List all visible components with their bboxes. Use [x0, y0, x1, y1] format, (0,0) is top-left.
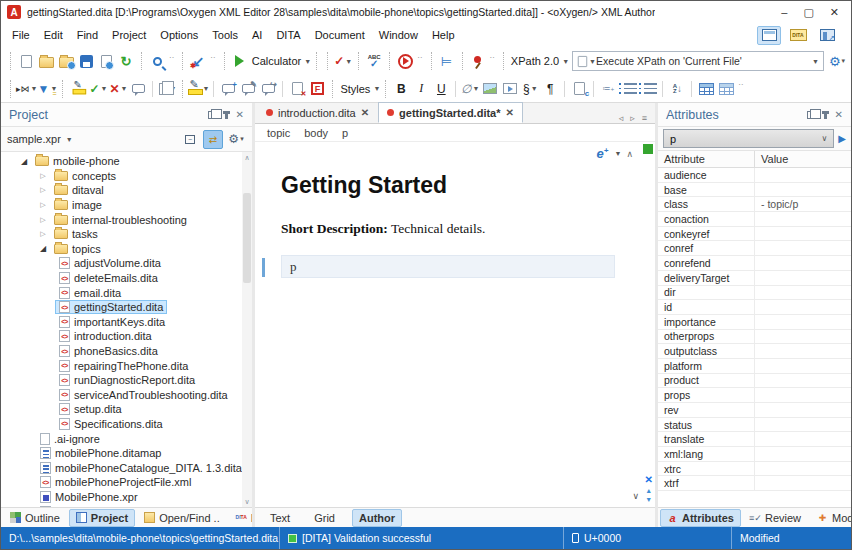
xpath-query-text[interactable]: Execute XPath on 'Current File': [596, 55, 811, 67]
breadcrumb-topic[interactable]: topic: [267, 127, 290, 139]
add-comment-button[interactable]: +: [218, 78, 238, 100]
element-name-combo[interactable]: p ∨: [663, 129, 834, 148]
tab-outline[interactable]: Outline: [3, 509, 67, 527]
value-column-header[interactable]: Value: [754, 151, 851, 167]
table-properties-button[interactable]: [716, 78, 736, 100]
attribute-row[interactable]: otherprops: [658, 330, 851, 345]
freeze-tracking-button[interactable]: F: [307, 78, 327, 100]
apply-transformation-button[interactable]: [395, 50, 415, 72]
insert-image-button[interactable]: [480, 78, 500, 100]
clear-highlights-icon[interactable]: ✕: [645, 474, 653, 485]
track-changes-button[interactable]: [68, 78, 88, 100]
save-to-url-button[interactable]: [96, 50, 116, 72]
menu-dita[interactable]: DITA: [269, 26, 307, 44]
refresh-references-button[interactable]: c: [569, 78, 589, 100]
tree-item[interactable]: <>mobilePhoneProjectFile.xml: [1, 475, 252, 490]
attribute-row[interactable]: base: [658, 183, 851, 198]
comment-change-button[interactable]: [128, 78, 148, 100]
attribute-value[interactable]: [754, 432, 851, 446]
manage-reviews-button[interactable]: ✕: [287, 78, 307, 100]
menu-edit[interactable]: Edit: [37, 26, 70, 44]
tab-project[interactable]: Project: [69, 509, 135, 527]
attribute-value[interactable]: [754, 227, 851, 241]
reject-change-button[interactable]: ✕▼: [108, 78, 128, 100]
close-panel-icon[interactable]: ✕: [236, 109, 244, 120]
save-button[interactable]: [76, 50, 96, 72]
xpath-version-dropdown-icon[interactable]: ▼: [562, 58, 569, 65]
reload-button[interactable]: ↻: [116, 50, 136, 72]
attribute-row[interactable]: xtrf: [658, 476, 851, 491]
menu-tools[interactable]: Tools: [205, 26, 245, 44]
tree-item[interactable]: <>setup.dita: [1, 402, 252, 417]
database-perspective-button[interactable]: [815, 26, 839, 45]
new-document-button[interactable]: [16, 50, 36, 72]
attribute-value[interactable]: [754, 271, 851, 285]
attribute-row[interactable]: outputclass: [658, 344, 851, 359]
tab-open-find-[interactable]: Open/Find ..: [137, 509, 227, 527]
attribute-row[interactable]: conaction: [658, 212, 851, 227]
scroll-down-caret[interactable]: ∨: [632, 491, 639, 501]
tree-item[interactable]: <>adjustVolume.dita: [1, 256, 252, 271]
xpath-query-combo[interactable]: ▼ Execute XPath on 'Current File' ▼: [572, 51, 824, 71]
scrollbar-thumb[interactable]: [243, 193, 251, 283]
editor-perspective-button[interactable]: [757, 26, 781, 45]
attribute-row[interactable]: class- topic/p: [658, 197, 851, 212]
underline-button[interactable]: U: [431, 78, 451, 100]
previous-editor-icon[interactable]: ◃: [619, 113, 624, 123]
highlight-button[interactable]: ▼: [188, 78, 209, 100]
tab-grid[interactable]: Grid: [307, 509, 342, 527]
show-formatting-marks-button[interactable]: ¶: [540, 78, 560, 100]
tree-item[interactable]: <>repairingThePhone.dita: [1, 358, 252, 373]
attribute-value[interactable]: [754, 168, 851, 182]
next-highlight-icon[interactable]: ▼: [645, 496, 652, 503]
tree-item[interactable]: <>introduction.dita: [1, 329, 252, 344]
breadcrumb-body[interactable]: body: [304, 127, 328, 139]
attribute-row[interactable]: xtrc: [658, 462, 851, 477]
scroll-up-icon[interactable]: ∧: [244, 152, 249, 163]
pin-button[interactable]: [468, 50, 488, 72]
maximize-button[interactable]: ▢: [803, 6, 813, 19]
expander-icon[interactable]: ▷: [36, 230, 50, 238]
attribute-value[interactable]: [754, 359, 851, 373]
tree-item[interactable]: <>runDiagnosticReport.dita: [1, 373, 252, 388]
tree-item[interactable]: ▷concepts: [1, 169, 252, 184]
attribute-value[interactable]: [754, 374, 851, 388]
xpath-history-dropdown-icon[interactable]: ▼: [812, 58, 819, 65]
tree-item[interactable]: <>email.dita: [1, 285, 252, 300]
paragraph-element[interactable]: p: [281, 255, 615, 278]
tab-attributes[interactable]: aAttributes: [660, 509, 741, 527]
tree-item[interactable]: ◢topics: [1, 242, 252, 257]
tree-item[interactable]: ▷ditaval: [1, 183, 252, 198]
spell-check-button[interactable]: ABC✓: [364, 50, 384, 72]
unordered-list-button[interactable]: [638, 78, 658, 100]
project-tree-scrollbar[interactable]: ∧ ∨: [242, 152, 252, 507]
attribute-value[interactable]: [754, 388, 851, 402]
menu-document[interactable]: Document: [308, 26, 372, 44]
menu-window[interactable]: Window: [372, 26, 425, 44]
close-tab-icon[interactable]: ✕: [361, 107, 369, 118]
close-button[interactable]: ✕: [830, 6, 839, 19]
attribute-value[interactable]: [754, 418, 851, 432]
collapse-all-button[interactable]: −: [180, 130, 200, 149]
next-element-icon[interactable]: ▶: [838, 133, 846, 144]
filter-button[interactable]: ▼=▼: [37, 78, 57, 100]
dita-perspective-button[interactable]: DITA: [786, 26, 810, 45]
attribute-row[interactable]: translate: [658, 432, 851, 447]
edit-comment-button[interactable]: ✎: [238, 78, 258, 100]
reply-comment-button[interactable]: ↪: [258, 78, 278, 100]
tree-item[interactable]: <>importantKeys.dita: [1, 315, 252, 330]
tree-item[interactable]: ◢mobile-phone: [1, 154, 252, 169]
menu-file[interactable]: File: [5, 26, 37, 44]
tree-item[interactable]: MobilePhone.xpr: [1, 490, 252, 505]
attribute-value[interactable]: [754, 344, 851, 358]
previous-highlight-icon[interactable]: ▲: [645, 487, 652, 494]
next-editor-icon[interactable]: ▹: [630, 113, 635, 123]
link-with-editor-button[interactable]: ⇄: [203, 130, 223, 149]
tree-item[interactable]: <>gettingStarted.dita: [1, 300, 252, 315]
attribute-column-header[interactable]: Attribute: [658, 153, 754, 165]
expander-icon[interactable]: ▷: [36, 216, 50, 224]
attribute-value[interactable]: [754, 286, 851, 300]
xpath-version-label[interactable]: XPath 2.0: [511, 55, 559, 67]
editor-tab-introduction-dita[interactable]: introduction.dita✕: [257, 102, 378, 123]
editor-tab-gettingStarted-dita-[interactable]: gettingStarted.dita*✕: [378, 102, 523, 123]
